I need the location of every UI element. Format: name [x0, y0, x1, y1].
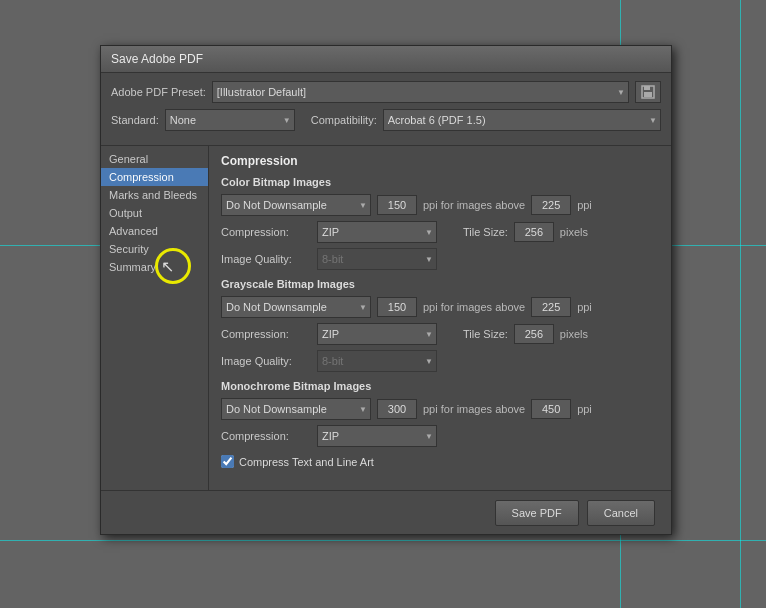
sidebar-item-marks-bleeds[interactable]: Marks and Bleeds [101, 186, 208, 204]
color-downsample-select[interactable]: Do Not Downsample [221, 194, 371, 216]
color-ppi-input[interactable] [377, 195, 417, 215]
standard-label: Standard: [111, 114, 159, 126]
mono-comp-select[interactable]: ZIP [317, 425, 437, 447]
gray-quality-select[interactable]: 8-bit [317, 350, 437, 372]
preset-row: Adobe PDF Preset: [Illustrator Default] [111, 81, 661, 103]
standard-select[interactable]: None [165, 109, 295, 131]
mono-comp-label: Compression: [221, 430, 311, 442]
dialog-title-bar: Save Adobe PDF [101, 46, 671, 73]
sidebar-item-compression[interactable]: Compression [101, 168, 208, 186]
color-downsample-row: Do Not Downsample ppi for images above p… [221, 194, 659, 216]
color-quality-select[interactable]: 8-bit [317, 248, 437, 270]
gray-compression-row: Compression: ZIP Tile Size: pixels [221, 323, 659, 345]
sidebar-item-advanced[interactable]: Advanced [101, 222, 208, 240]
gray-quality-label: Image Quality: [221, 355, 311, 367]
sidebar-item-general[interactable]: General [101, 150, 208, 168]
color-above-input[interactable] [531, 195, 571, 215]
gray-above-label: ppi for images above [423, 301, 525, 313]
preset-label: Adobe PDF Preset: [111, 86, 206, 98]
mono-downsample-row: Do Not Downsample ppi for images above p… [221, 398, 659, 420]
compress-text-checkbox[interactable] [221, 455, 234, 468]
gray-section-title: Grayscale Bitmap Images [221, 278, 659, 290]
mono-downsample-select[interactable]: Do Not Downsample [221, 398, 371, 420]
dialog-footer: Save PDF Cancel [101, 490, 671, 534]
mono-above-input[interactable] [531, 399, 571, 419]
dialog-body: General Compression Marks and Bleeds Out… [101, 145, 671, 526]
mono-downsample-wrapper: Do Not Downsample [221, 398, 371, 420]
preset-select-wrapper: [Illustrator Default] [212, 81, 629, 103]
sidebar-item-output[interactable]: Output [101, 204, 208, 222]
gray-quality-wrapper: 8-bit [317, 350, 437, 372]
sidebar-item-security[interactable]: Security [101, 240, 208, 258]
compatibility-select-wrapper: Acrobat 6 (PDF 1.5) [383, 109, 661, 131]
color-comp-wrapper: ZIP [317, 221, 437, 243]
cyan-line-v2 [740, 0, 741, 608]
section-title: Compression [221, 154, 659, 168]
main-panel: Compression Color Bitmap Images Do Not D… [209, 146, 671, 526]
color-above-label: ppi for images above [423, 199, 525, 211]
save-pdf-dialog: Save Adobe PDF Adobe PDF Preset: [Illust… [100, 45, 672, 535]
color-downsample-wrapper: Do Not Downsample [221, 194, 371, 216]
gray-comp-wrapper: ZIP [317, 323, 437, 345]
mono-ppi-input[interactable] [377, 399, 417, 419]
compatibility-label: Compatibility: [311, 114, 377, 126]
cyan-line-h2 [0, 540, 766, 541]
gray-comp-label: Compression: [221, 328, 311, 340]
preset-select[interactable]: [Illustrator Default] [212, 81, 629, 103]
sidebar: General Compression Marks and Bleeds Out… [101, 146, 209, 526]
color-section-title: Color Bitmap Images [221, 176, 659, 188]
color-tile-label: Tile Size: [463, 226, 508, 238]
gray-downsample-wrapper: Do Not Downsample [221, 296, 371, 318]
standard-select-wrapper: None [165, 109, 295, 131]
gray-tile-unit: pixels [560, 328, 588, 340]
color-compression-row: Compression: ZIP Tile Size: pixels [221, 221, 659, 243]
svg-rect-1 [644, 86, 650, 90]
save-preset-button[interactable] [635, 81, 661, 103]
gray-ppi-input[interactable] [377, 297, 417, 317]
gray-downsample-select[interactable]: Do Not Downsample [221, 296, 371, 318]
compress-text-label: Compress Text and Line Art [239, 456, 374, 468]
gray-comp-select[interactable]: ZIP [317, 323, 437, 345]
compatibility-select[interactable]: Acrobat 6 (PDF 1.5) [383, 109, 661, 131]
color-quality-row: Image Quality: 8-bit [221, 248, 659, 270]
gray-ppi-unit: ppi [577, 301, 592, 313]
mono-compression-row: Compression: ZIP [221, 425, 659, 447]
color-tile-unit: pixels [560, 226, 588, 238]
dialog-title: Save Adobe PDF [111, 52, 203, 66]
mono-comp-wrapper: ZIP [317, 425, 437, 447]
mono-above-label: ppi for images above [423, 403, 525, 415]
gray-tile-input[interactable] [514, 324, 554, 344]
color-ppi-unit: ppi [577, 199, 592, 211]
color-tile-input[interactable] [514, 222, 554, 242]
color-comp-label: Compression: [221, 226, 311, 238]
color-comp-select[interactable]: ZIP [317, 221, 437, 243]
standard-row: Standard: None Compatibility: Acrobat 6 … [111, 109, 661, 131]
color-quality-label: Image Quality: [221, 253, 311, 265]
svg-rect-2 [644, 92, 652, 97]
dialog-top-controls: Adobe PDF Preset: [Illustrator Default] … [101, 73, 671, 143]
cancel-button[interactable]: Cancel [587, 500, 655, 526]
gray-above-input[interactable] [531, 297, 571, 317]
mono-section-title: Monochrome Bitmap Images [221, 380, 659, 392]
mono-ppi-unit: ppi [577, 403, 592, 415]
color-quality-wrapper: 8-bit [317, 248, 437, 270]
gray-downsample-row: Do Not Downsample ppi for images above p… [221, 296, 659, 318]
save-pdf-button[interactable]: Save PDF [495, 500, 579, 526]
compress-text-row: Compress Text and Line Art [221, 455, 659, 468]
sidebar-item-summary[interactable]: Summary [101, 258, 208, 276]
gray-quality-row: Image Quality: 8-bit [221, 350, 659, 372]
save-preset-icon [641, 85, 655, 99]
gray-tile-label: Tile Size: [463, 328, 508, 340]
